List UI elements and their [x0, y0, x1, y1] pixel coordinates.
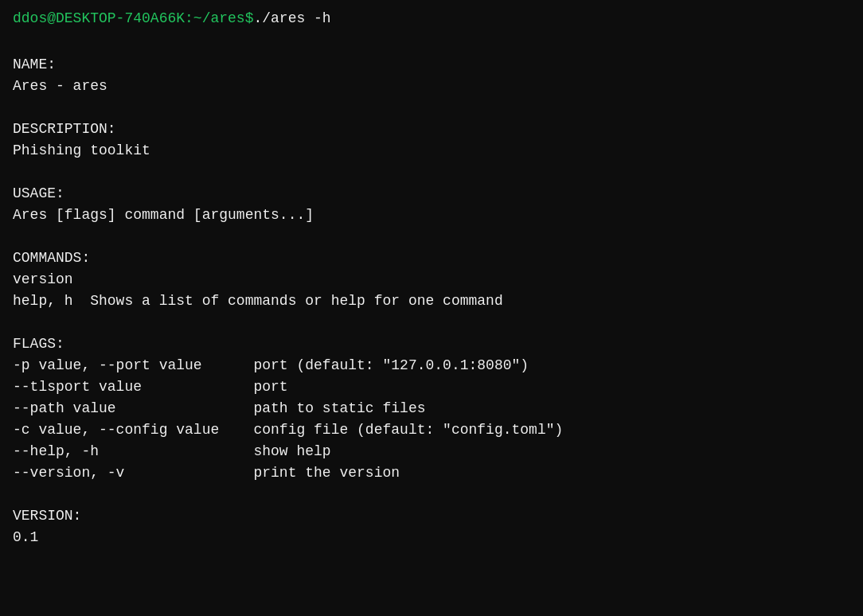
terminal-window: ddos@DESKTOP-740A66K:~/ares$ ./ares -h N…: [13, 8, 850, 608]
name-value: Ares - ares: [13, 76, 850, 97]
commands-version: version: [13, 269, 850, 290]
usage-value: Ares [flags] command [arguments...]: [13, 205, 850, 226]
blank-spacer-2: [13, 162, 850, 183]
blank-spacer-1: [13, 97, 850, 119]
flags-version: --version, -v print the version: [13, 462, 850, 484]
flags-header: FLAGS:: [13, 333, 850, 355]
flags-help: --help, -h show help: [13, 441, 850, 462]
flags-config: -c value, --config value config file (de…: [13, 419, 850, 441]
prompt-user: ddos@DESKTOP-740A66K:~/ares$: [13, 8, 253, 29]
blank-spacer-0: [13, 33, 850, 54]
blank-spacer-5: [13, 484, 850, 505]
version-header: VERSION:: [13, 505, 850, 527]
usage-header: USAGE:: [13, 183, 850, 205]
blank-spacer-3: [13, 226, 850, 248]
prompt-line: ddos@DESKTOP-740A66K:~/ares$ ./ares -h: [13, 8, 850, 29]
version-value: 0.1: [13, 527, 850, 548]
name-header: NAME:: [13, 54, 850, 76]
flags-port: -p value, --port value port (default: "1…: [13, 355, 850, 376]
prompt-command: ./ares -h: [253, 8, 330, 29]
commands-header: COMMANDS:: [13, 248, 850, 269]
commands-help: help, h Shows a list of commands or help…: [13, 290, 850, 312]
flags-path: --path value path to static files: [13, 398, 850, 419]
description-value: Phishing toolkit: [13, 140, 850, 162]
flags-tlsport: --tlsport value port: [13, 376, 850, 398]
blank-spacer-4: [13, 312, 850, 333]
description-header: DESCRIPTION:: [13, 119, 850, 140]
